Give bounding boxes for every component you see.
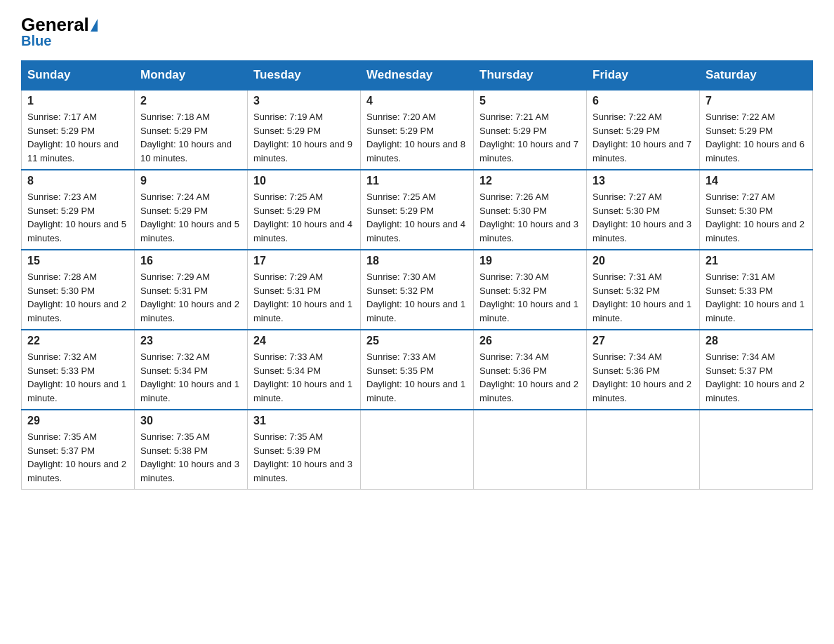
calendar-cell: 18 Sunrise: 7:30 AM Sunset: 5:32 PM Dayl… <box>361 250 474 330</box>
day-number: 27 <box>593 335 694 347</box>
calendar-week-row: 15 Sunrise: 7:28 AM Sunset: 5:30 PM Dayl… <box>22 250 813 330</box>
day-info: Sunrise: 7:20 AM Sunset: 5:29 PM Dayligh… <box>366 110 468 165</box>
calendar-cell: 6 Sunrise: 7:22 AM Sunset: 5:29 PM Dayli… <box>587 90 700 170</box>
calendar-header-tuesday: Tuesday <box>248 61 361 90</box>
calendar-cell: 27 Sunrise: 7:34 AM Sunset: 5:36 PM Dayl… <box>587 330 700 410</box>
day-info: Sunrise: 7:18 AM Sunset: 5:29 PM Dayligh… <box>140 110 241 165</box>
calendar-cell: 12 Sunrise: 7:26 AM Sunset: 5:30 PM Dayl… <box>474 170 587 250</box>
day-number: 13 <box>593 175 694 187</box>
calendar-cell: 31 Sunrise: 7:35 AM Sunset: 5:39 PM Dayl… <box>248 410 361 490</box>
calendar-week-row: 29 Sunrise: 7:35 AM Sunset: 5:37 PM Dayl… <box>22 410 813 490</box>
day-info: Sunrise: 7:25 AM Sunset: 5:29 PM Dayligh… <box>366 190 468 245</box>
calendar-cell <box>474 410 587 490</box>
day-number: 1 <box>27 95 128 107</box>
calendar-cell: 25 Sunrise: 7:33 AM Sunset: 5:35 PM Dayl… <box>361 330 474 410</box>
calendar-cell: 26 Sunrise: 7:34 AM Sunset: 5:36 PM Dayl… <box>474 330 587 410</box>
day-number: 3 <box>253 95 355 107</box>
day-number: 16 <box>140 255 241 267</box>
day-info: Sunrise: 7:29 AM Sunset: 5:31 PM Dayligh… <box>140 270 241 325</box>
calendar-cell: 28 Sunrise: 7:34 AM Sunset: 5:37 PM Dayl… <box>700 330 813 410</box>
calendar-cell: 8 Sunrise: 7:23 AM Sunset: 5:29 PM Dayli… <box>22 170 135 250</box>
day-info: Sunrise: 7:17 AM Sunset: 5:29 PM Dayligh… <box>27 110 128 165</box>
day-info: Sunrise: 7:35 AM Sunset: 5:37 PM Dayligh… <box>27 430 128 485</box>
calendar-cell: 20 Sunrise: 7:31 AM Sunset: 5:32 PM Dayl… <box>587 250 700 330</box>
day-number: 18 <box>366 255 468 267</box>
day-info: Sunrise: 7:34 AM Sunset: 5:37 PM Dayligh… <box>706 350 807 405</box>
calendar-cell: 22 Sunrise: 7:32 AM Sunset: 5:33 PM Dayl… <box>22 330 135 410</box>
day-info: Sunrise: 7:22 AM Sunset: 5:29 PM Dayligh… <box>593 110 694 165</box>
day-info: Sunrise: 7:19 AM Sunset: 5:29 PM Dayligh… <box>253 110 355 165</box>
calendar-week-row: 22 Sunrise: 7:32 AM Sunset: 5:33 PM Dayl… <box>22 330 813 410</box>
day-info: Sunrise: 7:34 AM Sunset: 5:36 PM Dayligh… <box>479 350 581 405</box>
day-number: 17 <box>253 255 355 267</box>
day-info: Sunrise: 7:30 AM Sunset: 5:32 PM Dayligh… <box>479 270 581 325</box>
calendar-header-row: SundayMondayTuesdayWednesdayThursdayFrid… <box>22 61 813 90</box>
day-number: 5 <box>479 95 581 107</box>
calendar-cell <box>587 410 700 490</box>
day-info: Sunrise: 7:24 AM Sunset: 5:29 PM Dayligh… <box>140 190 241 245</box>
calendar-cell: 21 Sunrise: 7:31 AM Sunset: 5:33 PM Dayl… <box>700 250 813 330</box>
day-number: 28 <box>706 335 807 347</box>
page-header: General Blue <box>21 14 813 49</box>
day-number: 20 <box>593 255 694 267</box>
day-info: Sunrise: 7:30 AM Sunset: 5:32 PM Dayligh… <box>366 270 468 325</box>
day-info: Sunrise: 7:32 AM Sunset: 5:33 PM Dayligh… <box>27 350 128 405</box>
logo: General Blue <box>21 14 99 49</box>
calendar-header-saturday: Saturday <box>700 61 813 90</box>
calendar-cell: 30 Sunrise: 7:35 AM Sunset: 5:38 PM Dayl… <box>135 410 248 490</box>
calendar-header-thursday: Thursday <box>474 61 587 90</box>
calendar-cell <box>361 410 474 490</box>
calendar-cell: 24 Sunrise: 7:33 AM Sunset: 5:34 PM Dayl… <box>248 330 361 410</box>
day-info: Sunrise: 7:31 AM Sunset: 5:32 PM Dayligh… <box>593 270 694 325</box>
day-number: 29 <box>27 415 128 427</box>
day-number: 12 <box>479 175 581 187</box>
calendar-cell: 11 Sunrise: 7:25 AM Sunset: 5:29 PM Dayl… <box>361 170 474 250</box>
day-number: 2 <box>140 95 241 107</box>
day-info: Sunrise: 7:29 AM Sunset: 5:31 PM Dayligh… <box>253 270 355 325</box>
calendar-header-sunday: Sunday <box>22 61 135 90</box>
day-info: Sunrise: 7:33 AM Sunset: 5:34 PM Dayligh… <box>253 350 355 405</box>
day-info: Sunrise: 7:28 AM Sunset: 5:30 PM Dayligh… <box>27 270 128 325</box>
calendar-cell: 2 Sunrise: 7:18 AM Sunset: 5:29 PM Dayli… <box>135 90 248 170</box>
calendar-week-row: 1 Sunrise: 7:17 AM Sunset: 5:29 PM Dayli… <box>22 90 813 170</box>
day-info: Sunrise: 7:22 AM Sunset: 5:29 PM Dayligh… <box>706 110 807 165</box>
day-info: Sunrise: 7:35 AM Sunset: 5:38 PM Dayligh… <box>140 430 241 485</box>
day-info: Sunrise: 7:27 AM Sunset: 5:30 PM Dayligh… <box>593 190 694 245</box>
logo-triangle-icon <box>91 19 98 32</box>
calendar-cell: 14 Sunrise: 7:27 AM Sunset: 5:30 PM Dayl… <box>700 170 813 250</box>
day-info: Sunrise: 7:31 AM Sunset: 5:33 PM Dayligh… <box>706 270 807 325</box>
calendar-cell: 7 Sunrise: 7:22 AM Sunset: 5:29 PM Dayli… <box>700 90 813 170</box>
calendar-cell: 15 Sunrise: 7:28 AM Sunset: 5:30 PM Dayl… <box>22 250 135 330</box>
calendar-cell: 5 Sunrise: 7:21 AM Sunset: 5:29 PM Dayli… <box>474 90 587 170</box>
day-number: 26 <box>479 335 581 347</box>
day-info: Sunrise: 7:35 AM Sunset: 5:39 PM Dayligh… <box>253 430 355 485</box>
day-number: 22 <box>27 335 128 347</box>
day-number: 10 <box>253 175 355 187</box>
calendar-cell: 29 Sunrise: 7:35 AM Sunset: 5:37 PM Dayl… <box>22 410 135 490</box>
day-number: 4 <box>366 95 468 107</box>
day-number: 15 <box>27 255 128 267</box>
day-number: 11 <box>366 175 468 187</box>
day-info: Sunrise: 7:26 AM Sunset: 5:30 PM Dayligh… <box>479 190 581 245</box>
calendar-cell: 3 Sunrise: 7:19 AM Sunset: 5:29 PM Dayli… <box>248 90 361 170</box>
calendar-cell: 10 Sunrise: 7:25 AM Sunset: 5:29 PM Dayl… <box>248 170 361 250</box>
calendar-cell: 23 Sunrise: 7:32 AM Sunset: 5:34 PM Dayl… <box>135 330 248 410</box>
calendar-cell: 4 Sunrise: 7:20 AM Sunset: 5:29 PM Dayli… <box>361 90 474 170</box>
day-number: 31 <box>253 415 355 427</box>
day-info: Sunrise: 7:32 AM Sunset: 5:34 PM Dayligh… <box>140 350 241 405</box>
calendar-cell: 16 Sunrise: 7:29 AM Sunset: 5:31 PM Dayl… <box>135 250 248 330</box>
day-number: 14 <box>706 175 807 187</box>
day-info: Sunrise: 7:23 AM Sunset: 5:29 PM Dayligh… <box>27 190 128 245</box>
calendar-header-monday: Monday <box>135 61 248 90</box>
day-number: 8 <box>27 175 128 187</box>
day-number: 6 <box>593 95 694 107</box>
day-info: Sunrise: 7:33 AM Sunset: 5:35 PM Dayligh… <box>366 350 468 405</box>
day-number: 30 <box>140 415 241 427</box>
calendar-table: SundayMondayTuesdayWednesdayThursdayFrid… <box>21 60 813 490</box>
calendar-header-wednesday: Wednesday <box>361 61 474 90</box>
calendar-cell: 1 Sunrise: 7:17 AM Sunset: 5:29 PM Dayli… <box>22 90 135 170</box>
day-number: 7 <box>706 95 807 107</box>
day-number: 25 <box>366 335 468 347</box>
day-number: 19 <box>479 255 581 267</box>
day-number: 23 <box>140 335 241 347</box>
